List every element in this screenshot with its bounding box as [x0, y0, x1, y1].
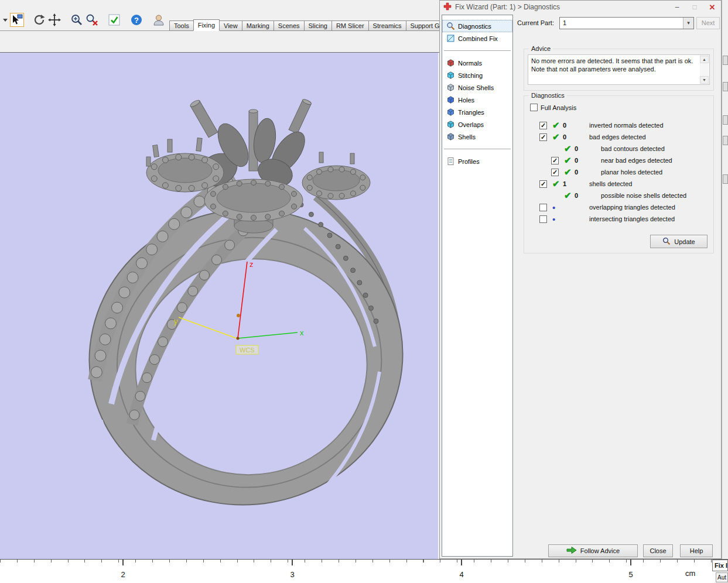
- diagnostic-checkbox[interactable]: ✓: [539, 180, 547, 188]
- ruler-number: 3: [290, 570, 294, 579]
- tab-marking[interactable]: Marking: [242, 20, 274, 31]
- user-icon[interactable]: [151, 12, 166, 28]
- sidebar-item-label: Shells: [458, 133, 476, 140]
- sidebar-item-normals[interactable]: Normals: [442, 57, 512, 69]
- zoom-out-icon[interactable]: [84, 12, 100, 28]
- diagnostic-checkbox[interactable]: ✓: [539, 122, 547, 129]
- dropdown-arrow-icon[interactable]: [1, 12, 9, 28]
- diagnostic-label: shells detected: [589, 180, 632, 187]
- cube-icon: [446, 95, 455, 105]
- close-window-button[interactable]: ✕: [703, 1, 721, 13]
- tab-scenes[interactable]: Scenes: [274, 20, 305, 31]
- tab-view[interactable]: View: [219, 20, 242, 31]
- advice-text: No more errors are detected. It seems th…: [531, 57, 698, 74]
- diagnostic-label: near bad edges detected: [601, 157, 672, 164]
- diagnostic-label: overlapping triangles detected: [589, 204, 675, 211]
- clipped-panel-chip: [723, 136, 728, 145]
- help-icon[interactable]: ?: [129, 12, 144, 28]
- cube-icon: [446, 83, 455, 92]
- diagnostic-label: possible noise shells detected: [601, 192, 686, 199]
- sidebar-item-shells[interactable]: Shells: [442, 131, 512, 143]
- diagnostic-checkbox[interactable]: [539, 215, 547, 223]
- checkbox-cell: ✓: [539, 133, 552, 141]
- tab-streamics[interactable]: Streamics: [368, 20, 406, 31]
- diagnostic-row: •intersecting triangles detected: [524, 213, 713, 225]
- profile-icon: [446, 157, 455, 166]
- diagnostic-count: 0: [563, 133, 589, 140]
- sidebar-item-diagnostics[interactable]: Diagnostics: [442, 20, 512, 32]
- tab-fixing[interactable]: Fixing: [193, 19, 220, 31]
- ruler-number: 2: [121, 570, 125, 579]
- sidebar-item-combined-fix[interactable]: Combined Fix: [442, 32, 512, 44]
- ruler-number: 5: [628, 570, 633, 579]
- sidebar-item-profiles[interactable]: Profiles: [442, 155, 512, 167]
- chevron-down-icon[interactable]: ▾: [683, 18, 693, 29]
- ruler-major-tick: [630, 560, 631, 565]
- ring-model-canvas: z y x WCS: [0, 53, 438, 559]
- advice-group: Advice No more errors are detected. It s…: [524, 49, 714, 91]
- diagnostics-rows: ✓✔0inverted normals detected✓✔0bad edges…: [524, 119, 713, 225]
- follow-advice-button[interactable]: Follow Advice: [548, 544, 638, 557]
- full-analysis-checkbox[interactable]: [530, 104, 538, 111]
- sidebar-item-holes[interactable]: Holes: [442, 94, 512, 106]
- clipped-right-panel: [722, 0, 728, 559]
- diagnostic-row: ✔0bad contours detected: [524, 143, 713, 155]
- advice-scrollbar[interactable]: ▲ ▼: [700, 56, 709, 84]
- green-check-icon: ✔: [552, 120, 563, 131]
- sidebar-item-triangles[interactable]: Triangles: [442, 106, 512, 118]
- checkbox-cell: ✓: [551, 169, 564, 176]
- magnifier-icon: [662, 237, 671, 246]
- tab-rm-slicer[interactable]: RM Slicer: [331, 20, 369, 31]
- diagnostic-label: bad edges detected: [589, 133, 646, 140]
- clipped-panel-chip: [723, 82, 728, 91]
- tab-slicing[interactable]: Slicing: [304, 20, 332, 31]
- sidebar-item-label: Stitching: [458, 72, 483, 79]
- help-button[interactable]: Help: [680, 544, 713, 557]
- dialog-titlebar[interactable]: Fix Wizard (Part: 1) > Diagnostics – □ ✕: [440, 1, 721, 13]
- close-button[interactable]: Close: [643, 544, 673, 557]
- rotate-view-icon[interactable]: [32, 12, 47, 28]
- wcs-label: WCS: [240, 347, 255, 354]
- diagnostic-count: 0: [563, 122, 589, 129]
- ruler-major-tick: [292, 560, 293, 565]
- next-button[interactable]: Next: [696, 17, 720, 29]
- pan-view-icon[interactable]: [47, 12, 62, 28]
- sidebar-item-stitching[interactable]: Stitching: [442, 69, 512, 81]
- aut-tab[interactable]: Aut: [716, 572, 728, 582]
- minimize-button[interactable]: –: [668, 1, 686, 13]
- follow-advice-label: Follow Advice: [580, 547, 620, 554]
- sidebar-item-noise-shells[interactable]: Noise Shells: [442, 81, 512, 94]
- sidebar-item-overlaps[interactable]: Overlaps: [442, 118, 512, 131]
- viewport-3d[interactable]: z y x WCS: [0, 53, 438, 559]
- scroll-down-icon[interactable]: ▼: [700, 76, 709, 84]
- zoom-in-icon[interactable]: [69, 12, 84, 28]
- diagnostic-checkbox[interactable]: ✓: [551, 157, 559, 164]
- diagnostic-row: ✓✔0inverted normals detected: [524, 119, 713, 131]
- full-analysis-option[interactable]: Full Analysis: [530, 104, 576, 111]
- diagnostic-checkbox[interactable]: [539, 204, 547, 211]
- current-part-select[interactable]: 1 ▾: [559, 17, 694, 29]
- diagnostic-checkbox[interactable]: ✓: [539, 133, 547, 141]
- scroll-up-icon[interactable]: ▲: [700, 56, 709, 63]
- pick-tool-icon[interactable]: [9, 12, 25, 28]
- diagnostic-count: 0: [575, 157, 601, 164]
- cube-icon: [446, 132, 455, 142]
- cube-icon: [446, 108, 455, 117]
- ruler-unit: cm: [685, 569, 695, 578]
- clipped-panel-chip: [723, 115, 728, 125]
- tab-tools[interactable]: Tools: [169, 20, 194, 31]
- sidebar-item-label: Combined Fix: [458, 35, 498, 42]
- update-button[interactable]: Update: [650, 235, 708, 248]
- axis-z-label: z: [249, 260, 254, 269]
- maximize-button[interactable]: □: [686, 1, 703, 13]
- update-button-label: Update: [674, 238, 695, 245]
- checkbox-cell: [539, 215, 552, 223]
- sidebar-item-label: Noise Shells: [458, 84, 494, 91]
- fix-info-tab[interactable]: Fix I: [712, 560, 728, 571]
- clipped-panel-chip: [723, 174, 728, 184]
- green-check-icon: ✔: [564, 143, 575, 154]
- diagnostic-checkbox[interactable]: ✓: [551, 169, 559, 176]
- diagnostic-count: 0: [575, 169, 601, 176]
- verify-icon[interactable]: [107, 12, 122, 28]
- wizard-sidebar: DiagnosticsCombined FixNormalsStitchingN…: [442, 15, 513, 557]
